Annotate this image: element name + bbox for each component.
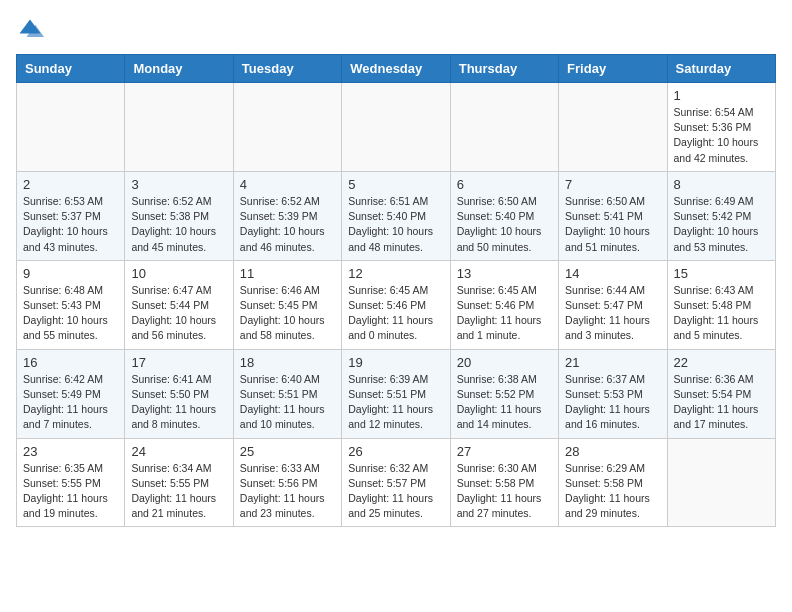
calendar-week-row: 16Sunrise: 6:42 AM Sunset: 5:49 PM Dayli… xyxy=(17,349,776,438)
calendar-day-cell: 28Sunrise: 6:29 AM Sunset: 5:58 PM Dayli… xyxy=(559,438,667,527)
calendar-day-cell: 18Sunrise: 6:40 AM Sunset: 5:51 PM Dayli… xyxy=(233,349,341,438)
calendar-week-row: 9Sunrise: 6:48 AM Sunset: 5:43 PM Daylig… xyxy=(17,260,776,349)
day-number: 28 xyxy=(565,444,660,459)
day-info: Sunrise: 6:34 AM Sunset: 5:55 PM Dayligh… xyxy=(131,461,226,522)
calendar-day-cell xyxy=(17,83,125,172)
day-number: 20 xyxy=(457,355,552,370)
weekday-header-monday: Monday xyxy=(125,55,233,83)
day-number: 11 xyxy=(240,266,335,281)
calendar-day-cell: 8Sunrise: 6:49 AM Sunset: 5:42 PM Daylig… xyxy=(667,171,775,260)
day-number: 6 xyxy=(457,177,552,192)
calendar-day-cell: 11Sunrise: 6:46 AM Sunset: 5:45 PM Dayli… xyxy=(233,260,341,349)
calendar-day-cell: 2Sunrise: 6:53 AM Sunset: 5:37 PM Daylig… xyxy=(17,171,125,260)
day-info: Sunrise: 6:50 AM Sunset: 5:41 PM Dayligh… xyxy=(565,194,660,255)
weekday-header-sunday: Sunday xyxy=(17,55,125,83)
calendar-day-cell: 14Sunrise: 6:44 AM Sunset: 5:47 PM Dayli… xyxy=(559,260,667,349)
calendar-day-cell: 19Sunrise: 6:39 AM Sunset: 5:51 PM Dayli… xyxy=(342,349,450,438)
day-number: 18 xyxy=(240,355,335,370)
calendar-day-cell: 25Sunrise: 6:33 AM Sunset: 5:56 PM Dayli… xyxy=(233,438,341,527)
day-info: Sunrise: 6:41 AM Sunset: 5:50 PM Dayligh… xyxy=(131,372,226,433)
calendar-day-cell xyxy=(667,438,775,527)
page-header xyxy=(16,16,776,44)
calendar-day-cell: 17Sunrise: 6:41 AM Sunset: 5:50 PM Dayli… xyxy=(125,349,233,438)
calendar-week-row: 1Sunrise: 6:54 AM Sunset: 5:36 PM Daylig… xyxy=(17,83,776,172)
calendar-day-cell: 13Sunrise: 6:45 AM Sunset: 5:46 PM Dayli… xyxy=(450,260,558,349)
day-number: 13 xyxy=(457,266,552,281)
day-number: 23 xyxy=(23,444,118,459)
day-info: Sunrise: 6:52 AM Sunset: 5:39 PM Dayligh… xyxy=(240,194,335,255)
calendar-day-cell: 10Sunrise: 6:47 AM Sunset: 5:44 PM Dayli… xyxy=(125,260,233,349)
calendar-week-row: 23Sunrise: 6:35 AM Sunset: 5:55 PM Dayli… xyxy=(17,438,776,527)
weekday-header-saturday: Saturday xyxy=(667,55,775,83)
day-info: Sunrise: 6:54 AM Sunset: 5:36 PM Dayligh… xyxy=(674,105,769,166)
day-number: 2 xyxy=(23,177,118,192)
day-info: Sunrise: 6:35 AM Sunset: 5:55 PM Dayligh… xyxy=(23,461,118,522)
day-info: Sunrise: 6:42 AM Sunset: 5:49 PM Dayligh… xyxy=(23,372,118,433)
day-number: 5 xyxy=(348,177,443,192)
calendar-day-cell: 1Sunrise: 6:54 AM Sunset: 5:36 PM Daylig… xyxy=(667,83,775,172)
day-number: 21 xyxy=(565,355,660,370)
calendar-day-cell xyxy=(342,83,450,172)
calendar-day-cell: 3Sunrise: 6:52 AM Sunset: 5:38 PM Daylig… xyxy=(125,171,233,260)
calendar-day-cell: 12Sunrise: 6:45 AM Sunset: 5:46 PM Dayli… xyxy=(342,260,450,349)
day-info: Sunrise: 6:48 AM Sunset: 5:43 PM Dayligh… xyxy=(23,283,118,344)
day-info: Sunrise: 6:36 AM Sunset: 5:54 PM Dayligh… xyxy=(674,372,769,433)
day-info: Sunrise: 6:46 AM Sunset: 5:45 PM Dayligh… xyxy=(240,283,335,344)
calendar-day-cell: 6Sunrise: 6:50 AM Sunset: 5:40 PM Daylig… xyxy=(450,171,558,260)
day-info: Sunrise: 6:33 AM Sunset: 5:56 PM Dayligh… xyxy=(240,461,335,522)
day-number: 12 xyxy=(348,266,443,281)
weekday-header-thursday: Thursday xyxy=(450,55,558,83)
day-number: 24 xyxy=(131,444,226,459)
calendar-day-cell: 15Sunrise: 6:43 AM Sunset: 5:48 PM Dayli… xyxy=(667,260,775,349)
calendar-day-cell: 23Sunrise: 6:35 AM Sunset: 5:55 PM Dayli… xyxy=(17,438,125,527)
day-info: Sunrise: 6:49 AM Sunset: 5:42 PM Dayligh… xyxy=(674,194,769,255)
day-number: 7 xyxy=(565,177,660,192)
calendar-day-cell xyxy=(450,83,558,172)
day-info: Sunrise: 6:29 AM Sunset: 5:58 PM Dayligh… xyxy=(565,461,660,522)
logo xyxy=(16,16,48,44)
day-number: 27 xyxy=(457,444,552,459)
day-number: 15 xyxy=(674,266,769,281)
calendar-week-row: 2Sunrise: 6:53 AM Sunset: 5:37 PM Daylig… xyxy=(17,171,776,260)
day-info: Sunrise: 6:32 AM Sunset: 5:57 PM Dayligh… xyxy=(348,461,443,522)
day-number: 25 xyxy=(240,444,335,459)
calendar-day-cell: 16Sunrise: 6:42 AM Sunset: 5:49 PM Dayli… xyxy=(17,349,125,438)
logo-icon xyxy=(16,16,44,44)
day-info: Sunrise: 6:45 AM Sunset: 5:46 PM Dayligh… xyxy=(457,283,552,344)
calendar-day-cell: 9Sunrise: 6:48 AM Sunset: 5:43 PM Daylig… xyxy=(17,260,125,349)
day-number: 14 xyxy=(565,266,660,281)
calendar-day-cell: 21Sunrise: 6:37 AM Sunset: 5:53 PM Dayli… xyxy=(559,349,667,438)
calendar-day-cell xyxy=(125,83,233,172)
day-info: Sunrise: 6:43 AM Sunset: 5:48 PM Dayligh… xyxy=(674,283,769,344)
day-number: 17 xyxy=(131,355,226,370)
day-number: 1 xyxy=(674,88,769,103)
day-info: Sunrise: 6:37 AM Sunset: 5:53 PM Dayligh… xyxy=(565,372,660,433)
day-info: Sunrise: 6:52 AM Sunset: 5:38 PM Dayligh… xyxy=(131,194,226,255)
day-number: 8 xyxy=(674,177,769,192)
day-number: 4 xyxy=(240,177,335,192)
calendar-day-cell: 27Sunrise: 6:30 AM Sunset: 5:58 PM Dayli… xyxy=(450,438,558,527)
day-info: Sunrise: 6:40 AM Sunset: 5:51 PM Dayligh… xyxy=(240,372,335,433)
day-info: Sunrise: 6:53 AM Sunset: 5:37 PM Dayligh… xyxy=(23,194,118,255)
day-number: 19 xyxy=(348,355,443,370)
calendar-day-cell: 22Sunrise: 6:36 AM Sunset: 5:54 PM Dayli… xyxy=(667,349,775,438)
calendar-table: SundayMondayTuesdayWednesdayThursdayFrid… xyxy=(16,54,776,527)
day-number: 9 xyxy=(23,266,118,281)
day-number: 10 xyxy=(131,266,226,281)
day-info: Sunrise: 6:39 AM Sunset: 5:51 PM Dayligh… xyxy=(348,372,443,433)
day-info: Sunrise: 6:38 AM Sunset: 5:52 PM Dayligh… xyxy=(457,372,552,433)
calendar-day-cell: 24Sunrise: 6:34 AM Sunset: 5:55 PM Dayli… xyxy=(125,438,233,527)
day-info: Sunrise: 6:50 AM Sunset: 5:40 PM Dayligh… xyxy=(457,194,552,255)
weekday-header-friday: Friday xyxy=(559,55,667,83)
calendar-day-cell: 20Sunrise: 6:38 AM Sunset: 5:52 PM Dayli… xyxy=(450,349,558,438)
calendar-day-cell: 5Sunrise: 6:51 AM Sunset: 5:40 PM Daylig… xyxy=(342,171,450,260)
calendar-day-cell: 26Sunrise: 6:32 AM Sunset: 5:57 PM Dayli… xyxy=(342,438,450,527)
weekday-header-tuesday: Tuesday xyxy=(233,55,341,83)
day-info: Sunrise: 6:44 AM Sunset: 5:47 PM Dayligh… xyxy=(565,283,660,344)
calendar-day-cell xyxy=(233,83,341,172)
day-info: Sunrise: 6:30 AM Sunset: 5:58 PM Dayligh… xyxy=(457,461,552,522)
day-info: Sunrise: 6:51 AM Sunset: 5:40 PM Dayligh… xyxy=(348,194,443,255)
calendar-day-cell: 7Sunrise: 6:50 AM Sunset: 5:41 PM Daylig… xyxy=(559,171,667,260)
calendar-day-cell: 4Sunrise: 6:52 AM Sunset: 5:39 PM Daylig… xyxy=(233,171,341,260)
day-number: 3 xyxy=(131,177,226,192)
